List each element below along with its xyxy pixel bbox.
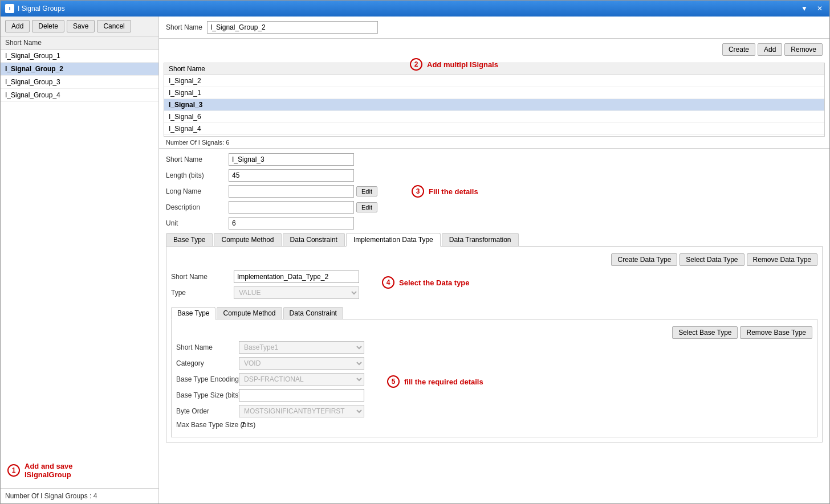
encoding-select[interactable]: DSP-FRACTIONAL	[239, 373, 364, 386]
table-row[interactable]: I_Signal_1	[164, 87, 824, 99]
length-row: Length (bits)	[166, 169, 823, 182]
signals-header: 2 Add multipl ISignals Create Add Remove	[159, 39, 829, 58]
list-item[interactable]: I_Signal_Group_1	[1, 50, 158, 63]
list-item[interactable]: I_Signal_Group_4	[1, 89, 158, 102]
select-base-type-button[interactable]: Select Base Type	[672, 326, 738, 339]
save-button[interactable]: Save	[67, 20, 95, 32]
annotation-5-content: 5 fill the required details	[387, 375, 483, 388]
left-toolbar: Add Delete Save Cancel	[1, 17, 158, 36]
table-row[interactable]: I_Signal_2	[164, 75, 824, 87]
impl-form-row: Short Name Type VALUE	[171, 271, 817, 302]
description-label: Description	[166, 203, 229, 211]
select-data-type-button[interactable]: Select Data Type	[680, 253, 744, 266]
annotation-5-text: fill the required details	[404, 378, 483, 386]
signal-groups-table: Short Name I_Signal_Group_1 I_Signal_Gro…	[1, 36, 158, 453]
size-input[interactable]	[239, 389, 364, 401]
group-name-cell[interactable]: I_Signal_Group_3	[1, 76, 158, 89]
unit-label: Unit	[166, 219, 229, 227]
max-size-value: 7	[241, 421, 245, 429]
category-select[interactable]: VOID	[239, 357, 364, 370]
title-bar: I I Signal Groups ▼ ✕	[1, 1, 829, 17]
short-name-input[interactable]	[229, 153, 354, 166]
description-edit-button[interactable]: Edit	[356, 202, 377, 212]
description-row: Description Edit	[166, 201, 823, 214]
inner-tab-base-type[interactable]: Base Type	[171, 307, 215, 319]
minimize-button[interactable]: ▼	[799, 5, 810, 13]
table-row[interactable]: I_Signal_6	[164, 111, 824, 123]
app-icon: I	[5, 4, 14, 13]
impl-short-name-input[interactable]	[234, 271, 359, 283]
short-name-column-header: Short Name	[1, 36, 158, 50]
impl-type-row: Type VALUE	[171, 286, 359, 299]
base-type-action-row: Select Base Type Remove Base Type	[176, 324, 812, 341]
category-label: Category	[176, 359, 239, 367]
impl-type-select[interactable]: VALUE	[234, 286, 359, 299]
byte-order-select[interactable]: MOSTSIGNIFICANTBYTEFIRST	[239, 405, 364, 417]
annotation-2: 2 Add multipl ISignals	[410, 58, 498, 71]
top-short-name-label: Short Name	[166, 23, 202, 31]
annotation-3-circle: 3	[412, 185, 424, 198]
remove-data-type-button[interactable]: Remove Data Type	[747, 253, 818, 266]
add-button[interactable]: Add	[5, 20, 30, 32]
remove-signal-button[interactable]: Remove	[784, 43, 823, 56]
long-name-row: Long Name Edit 3 Fill the details	[166, 185, 823, 198]
byte-order-label: Byte Order	[176, 407, 239, 415]
tab-data-constraint[interactable]: Data Constraint	[283, 233, 345, 246]
signals-count: Number Of I Signals: 6	[159, 137, 829, 148]
top-short-name-input[interactable]	[207, 21, 378, 34]
main-tabs: Base Type Compute Method Data Constraint…	[166, 233, 823, 247]
list-item[interactable]: I_Signal_Group_2	[1, 63, 158, 76]
tab-data-transformation[interactable]: Data Transformation	[442, 233, 519, 246]
data-type-action-row: Create Data Type Select Data Type Remove…	[171, 251, 817, 268]
group-name-cell[interactable]: I_Signal_Group_4	[1, 89, 158, 102]
list-item[interactable]: I_Signal_Group_3	[1, 76, 158, 89]
max-size-label: Max Base Type Size (bits)	[176, 421, 239, 429]
annotation-4-circle: 4	[382, 276, 394, 289]
detail-section: Short Name Length (bits) Long Name Edit	[159, 149, 829, 503]
base-type-short-name-label: Short Name	[176, 343, 239, 351]
tab-compute-method[interactable]: Compute Method	[214, 233, 281, 246]
cancel-button[interactable]: Cancel	[97, 20, 131, 32]
annotation-1-circle: 1	[7, 464, 20, 477]
table-row[interactable]: I_Signal_4	[164, 123, 824, 135]
description-input[interactable]	[229, 201, 354, 214]
base-type-short-name-select[interactable]: BaseType1	[239, 341, 364, 354]
encoding-row: Base Type Encoding DSP-FRACTIONAL	[176, 373, 364, 386]
title-bar-controls: ▼ ✕	[799, 5, 825, 13]
long-name-edit-button[interactable]: Edit	[356, 186, 377, 196]
base-type-short-name-row: Short Name BaseType1	[176, 341, 364, 354]
annotation-4-text: Select the Data type	[399, 278, 470, 287]
annotation-1: 1 Add and save ISignalGroup	[7, 462, 152, 479]
group-name-cell[interactable]: I_Signal_Group_1	[1, 50, 158, 63]
table-row[interactable]: I_Signal_3	[164, 99, 824, 111]
size-row: Base Type Size (bits)	[176, 389, 364, 401]
create-signal-button[interactable]: Create	[722, 43, 755, 56]
unit-input[interactable]	[229, 217, 354, 230]
length-label: Length (bits)	[166, 171, 229, 179]
create-data-type-button[interactable]: Create Data Type	[611, 253, 677, 266]
main-tabs-area: Base Type Compute Method Data Constraint…	[166, 233, 823, 442]
add-signal-button[interactable]: Add	[758, 43, 782, 56]
tab-impl-data-type[interactable]: Implementation Data Type	[346, 233, 441, 247]
short-name-row: Short Name	[166, 153, 823, 166]
tab-base-type[interactable]: Base Type	[166, 233, 213, 246]
remove-base-type-button[interactable]: Remove Base Type	[740, 326, 812, 339]
base-type-form-area: Short Name BaseType1 Category	[176, 341, 812, 432]
size-label: Base Type Size (bits)	[176, 391, 239, 399]
impl-data-type-content: Create Data Type Select Data Type Remove…	[166, 247, 823, 442]
signal-actions: Create Add Remove	[720, 41, 825, 58]
group-name-cell[interactable]: I_Signal_Group_2	[1, 63, 158, 76]
inner-tab-compute-method[interactable]: Compute Method	[217, 307, 282, 319]
close-button[interactable]: ✕	[815, 5, 825, 13]
encoding-label: Base Type Encoding	[176, 375, 239, 383]
max-size-row: Max Base Type Size (bits) 7	[176, 421, 364, 429]
title-bar-left: I I Signal Groups	[5, 4, 65, 13]
impl-short-name-label: Short Name	[171, 273, 234, 281]
short-name-label: Short Name	[166, 155, 229, 163]
long-name-input[interactable]	[229, 185, 354, 198]
delete-button[interactable]: Delete	[32, 20, 64, 32]
unit-row: Unit	[166, 217, 823, 230]
length-input[interactable]	[229, 169, 354, 182]
base-type-inner-content: Select Base Type Remove Base Type Short …	[171, 319, 817, 437]
inner-tab-data-constraint[interactable]: Data Constraint	[283, 307, 343, 319]
